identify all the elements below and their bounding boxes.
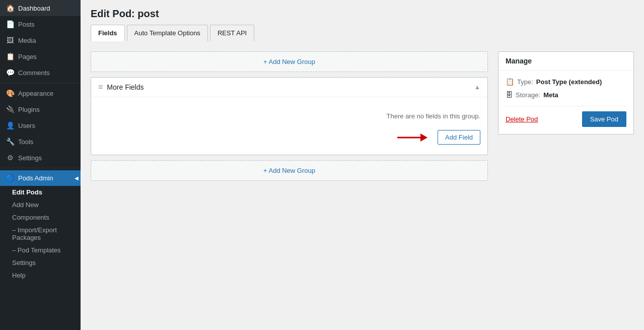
save-pod-button[interactable]: Save Pod: [582, 111, 626, 127]
right-panel: Manage 📋 Type: Post Type (extended) 🗄 St…: [498, 51, 634, 320]
manage-type-row: 📋 Type: Post Type (extended): [506, 78, 626, 86]
manage-box-body: 📋 Type: Post Type (extended) 🗄 Storage: …: [498, 71, 633, 134]
sidebar-item-comments[interactable]: 💬 Comments: [0, 64, 81, 81]
posts-icon: 📄: [6, 20, 14, 28]
content-area: + Add New Group ≡ More Fields ▲ There ar…: [81, 41, 644, 330]
sidebar-item-label: Dashboard: [18, 5, 50, 12]
sidebar-item-label: Users: [18, 122, 35, 129]
field-group-name: More Fields: [107, 83, 144, 91]
tab-fields[interactable]: Fields: [91, 25, 125, 41]
sidebar-item-label: Posts: [18, 21, 35, 28]
sidebar-item-label: Settings: [18, 154, 42, 162]
storage-icon: 🗄: [506, 91, 513, 99]
tab-fields-label: Fields: [98, 29, 117, 37]
pages-icon: 📋: [6, 52, 14, 60]
page-title-value: post: [137, 8, 159, 19]
no-fields-message: There are no fields in this group.: [98, 107, 480, 125]
pods-admin-label: Pods Admin: [18, 174, 53, 182]
media-icon: 🖼: [6, 36, 14, 44]
tab-rest-api-label: REST API: [218, 29, 247, 37]
sidebar-item-label: Media: [18, 37, 36, 44]
pods-subnav: Edit Pods Add New Components – Import/Ex…: [0, 186, 81, 282]
plugins-icon: 🔌: [6, 105, 14, 113]
field-group: ≡ More Fields ▲ There are no fields in t…: [91, 77, 488, 155]
sidebar-item-dashboard[interactable]: 🏠 Dashboard: [0, 0, 81, 16]
field-group-body: There are no fields in this group. Add F…: [91, 97, 487, 155]
subnav-label: Settings: [12, 259, 36, 267]
delete-pod-label: Delete Pod: [506, 115, 538, 123]
sidebar-item-label: Pages: [18, 53, 37, 60]
type-label: Type:: [517, 78, 533, 86]
field-group-header-left: ≡ More Fields: [98, 83, 144, 92]
main-content: Edit Pod: post Fields Auto Template Opti…: [81, 0, 644, 330]
sidebar-item-posts[interactable]: 📄 Posts: [0, 16, 81, 32]
sidebar-item-settings[interactable]: ⚙ Settings: [0, 150, 81, 166]
users-icon: 👤: [6, 121, 14, 129]
tabs-bar: Fields Auto Template Options REST API: [81, 25, 644, 41]
manage-storage-row: 🗄 Storage: Meta: [506, 91, 626, 99]
subnav-item-add-new[interactable]: Add New: [0, 199, 81, 211]
add-group-bottom-button[interactable]: + Add New Group: [91, 160, 488, 181]
manage-box-header: Manage: [498, 52, 633, 71]
delete-pod-link[interactable]: Delete Pod: [506, 115, 538, 123]
page-header: Edit Pod: post: [81, 0, 644, 25]
subnav-item-pod-templates[interactable]: – Pod Templates: [0, 244, 81, 256]
manage-title: Manage: [506, 57, 626, 65]
sidebar-item-pages[interactable]: 📋 Pages: [0, 48, 81, 64]
subnav-label: – Import/Export Packages: [12, 226, 57, 241]
add-group-bottom-label: + Add New Group: [263, 167, 315, 174]
sidebar-item-media[interactable]: 🖼 Media: [0, 32, 81, 48]
subnav-label: Add New: [12, 201, 39, 209]
tab-rest-api[interactable]: REST API: [210, 25, 254, 41]
tab-auto-template-label: Auto Template Options: [134, 29, 200, 37]
add-field-button[interactable]: Add Field: [438, 130, 480, 145]
storage-value: Meta: [543, 91, 558, 99]
subnav-label: Components: [12, 214, 49, 221]
left-panel: + Add New Group ≡ More Fields ▲ There ar…: [91, 51, 488, 320]
sidebar-item-label: Comments: [18, 69, 50, 77]
add-group-top-label: + Add New Group: [263, 58, 315, 65]
sidebar-item-label: Plugins: [18, 106, 40, 113]
settings-icon: ⚙: [6, 154, 14, 162]
subnav-label: Help: [12, 272, 26, 279]
sidebar-item-label: Appearance: [18, 90, 53, 97]
appearance-icon: 🎨: [6, 89, 14, 97]
sidebar-item-plugins[interactable]: 🔌 Plugins: [0, 101, 81, 117]
sidebar-item-appearance[interactable]: 🎨 Appearance: [0, 85, 81, 101]
no-fields-text: There are no fields in this group.: [387, 112, 480, 120]
sidebar-item-label: Tools: [18, 138, 33, 146]
sidebar-nav: 🏠 Dashboard 📄 Posts 🖼 Media 📋 Pages 💬 Co…: [0, 0, 81, 170]
field-group-header[interactable]: ≡ More Fields ▲: [91, 78, 487, 97]
pods-admin-header[interactable]: 🔵 Pods Admin ◀: [0, 170, 81, 186]
add-field-arrow: [397, 131, 427, 144]
subnav-label: Edit Pods: [12, 188, 42, 196]
type-value: Post Type (extended): [536, 78, 602, 86]
add-field-row: Add Field: [98, 125, 480, 145]
add-field-label: Add Field: [445, 134, 473, 141]
chevron-left-icon: ◀: [75, 175, 79, 181]
tools-icon: 🔧: [6, 138, 14, 146]
sidebar-item-users[interactable]: 👤 Users: [0, 117, 81, 134]
subnav-item-import-export[interactable]: – Import/Export Packages: [0, 224, 81, 244]
comments-icon: 💬: [6, 69, 14, 77]
storage-label: Storage:: [516, 91, 540, 99]
save-pod-label: Save Pod: [590, 115, 618, 123]
subnav-label: – Pod Templates: [12, 246, 61, 254]
collapse-icon: ▲: [474, 84, 480, 91]
add-group-top-button[interactable]: + Add New Group: [91, 51, 488, 72]
subnav-item-edit-pods[interactable]: Edit Pods: [0, 186, 81, 199]
subnav-item-help[interactable]: Help: [0, 269, 81, 282]
sidebar: 🏠 Dashboard 📄 Posts 🖼 Media 📋 Pages 💬 Co…: [0, 0, 81, 330]
dashboard-icon: 🏠: [6, 4, 14, 12]
sidebar-item-tools[interactable]: 🔧 Tools: [0, 134, 81, 150]
subnav-item-components[interactable]: Components: [0, 211, 81, 224]
tab-auto-template[interactable]: Auto Template Options: [127, 25, 208, 41]
page-title-prefix: Edit Pod:: [91, 8, 137, 19]
manage-box: Manage 📋 Type: Post Type (extended) 🗄 St…: [498, 51, 634, 135]
drag-icon: ≡: [98, 83, 103, 92]
page-title: Edit Pod: post: [91, 8, 634, 20]
subnav-item-pods-settings[interactable]: Settings: [0, 256, 81, 269]
pods-admin-nav: 🔵 Pods Admin ◀ Edit Pods Add New Compone…: [0, 170, 81, 282]
pods-icon: 🔵: [6, 174, 14, 182]
manage-actions: Delete Pod Save Pod: [506, 106, 626, 127]
